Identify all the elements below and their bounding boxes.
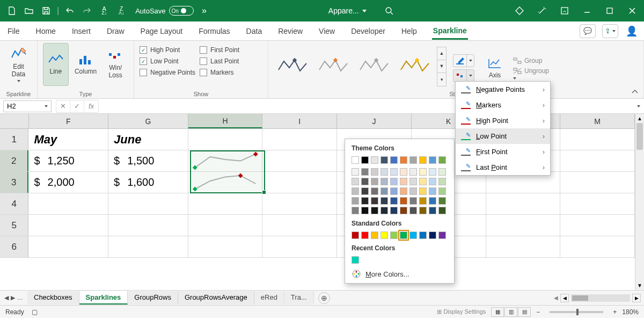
cell-G2[interactable]: $1,500 xyxy=(108,150,188,171)
color-swatch[interactable] xyxy=(429,156,436,164)
color-swatch[interactable] xyxy=(390,178,398,185)
color-swatch[interactable] xyxy=(361,207,369,214)
color-swatch[interactable] xyxy=(419,187,427,195)
color-swatch[interactable] xyxy=(380,207,388,214)
color-swatch[interactable] xyxy=(409,178,417,185)
cell-G6[interactable] xyxy=(108,236,188,257)
hscroll-track[interactable] xyxy=(571,294,630,302)
cell-M4[interactable] xyxy=(560,193,635,214)
close-icon[interactable] xyxy=(626,4,639,17)
account-icon[interactable]: 👤 xyxy=(625,25,639,37)
cell-G3[interactable]: $1,600 xyxy=(108,172,188,193)
cell-H4[interactable] xyxy=(188,193,263,214)
cell-M5[interactable] xyxy=(560,215,635,236)
color-swatch[interactable] xyxy=(400,168,407,176)
edit-data-button[interactable]: Edit Data xyxy=(5,43,32,86)
autosave-toggle[interactable]: AutoSave On xyxy=(135,6,193,16)
color-swatch[interactable] xyxy=(419,207,427,214)
cell-F3[interactable]: $2,000 xyxy=(28,172,108,193)
scroll-thumb[interactable] xyxy=(636,123,643,150)
sort-asc-icon[interactable]: AZ↓ xyxy=(98,4,111,17)
tab-review[interactable]: Review xyxy=(277,24,304,39)
tab-page-layout[interactable]: Page Layout xyxy=(140,24,184,39)
hscroll-right[interactable]: ▶ xyxy=(632,294,641,302)
vertical-scrollbar[interactable]: ▲ ▼ xyxy=(635,114,644,290)
cell-H6[interactable] xyxy=(188,236,263,257)
select-all-corner[interactable] xyxy=(0,114,29,128)
color-swatch[interactable] xyxy=(352,187,359,195)
cell-I6[interactable] xyxy=(262,236,337,257)
sheet-nav-more[interactable]: … xyxy=(17,294,23,301)
cell-H2[interactable] xyxy=(188,150,263,171)
check-markers[interactable]: Markers xyxy=(200,69,239,76)
cell-I4[interactable] xyxy=(262,193,337,214)
color-swatch[interactable] xyxy=(361,197,369,205)
scroll-up-icon[interactable]: ▲ xyxy=(635,114,644,123)
wand-icon[interactable] xyxy=(536,4,548,17)
row-header-5[interactable]: 5 xyxy=(0,215,28,236)
color-swatch[interactable] xyxy=(419,178,427,185)
group-button[interactable]: Group xyxy=(513,57,549,64)
color-swatch[interactable] xyxy=(371,178,378,185)
cell-I5[interactable] xyxy=(262,215,337,236)
view-page-layout[interactable]: ▥ xyxy=(504,307,517,317)
color-swatch[interactable] xyxy=(352,256,359,264)
cell-L6[interactable] xyxy=(486,236,561,257)
expand-formula-bar[interactable] xyxy=(633,105,644,107)
cell-L5[interactable] xyxy=(486,215,561,236)
axis-button[interactable]: Axis xyxy=(483,52,507,84)
color-swatch[interactable] xyxy=(380,187,388,195)
collapse-ribbon-icon[interactable] xyxy=(631,89,639,96)
color-swatch[interactable] xyxy=(419,168,427,176)
tab-formulas[interactable]: Formulas xyxy=(197,24,231,39)
row-header-4[interactable]: 4 xyxy=(0,193,28,214)
cell-G1[interactable]: June xyxy=(108,129,188,150)
cell-H5[interactable] xyxy=(188,215,263,236)
check-low-point[interactable]: ✓Low Point xyxy=(140,57,195,65)
color-swatch[interactable] xyxy=(409,168,417,176)
color-swatch[interactable] xyxy=(429,178,436,185)
zoom-out[interactable]: − xyxy=(536,308,540,316)
color-swatch[interactable] xyxy=(429,197,436,205)
tab-help[interactable]: Help xyxy=(400,24,418,39)
style-preset-4[interactable] xyxy=(396,53,434,80)
color-swatch[interactable] xyxy=(438,207,446,214)
marker-menu-low-point[interactable]: ✎Low Point› xyxy=(456,128,550,144)
color-swatch[interactable] xyxy=(390,187,398,195)
add-sheet-button[interactable]: ⊕ xyxy=(318,292,330,304)
style-preset-3[interactable] xyxy=(355,53,393,80)
color-swatch[interactable] xyxy=(409,231,417,239)
comments-button[interactable]: 💬 xyxy=(580,24,596,38)
new-file-icon[interactable] xyxy=(5,4,18,17)
color-swatch[interactable] xyxy=(380,231,388,239)
cancel-formula-icon[interactable]: ✕ xyxy=(56,100,70,112)
cell-F5[interactable] xyxy=(28,215,108,236)
color-swatch[interactable] xyxy=(390,231,398,239)
cell-G4[interactable] xyxy=(108,193,188,214)
color-swatch[interactable] xyxy=(371,156,378,164)
check-last-point[interactable]: Last Point xyxy=(200,57,239,65)
fx-icon[interactable]: fx xyxy=(84,100,98,112)
view-normal[interactable]: ▦ xyxy=(491,307,504,317)
color-swatch[interactable] xyxy=(390,207,398,214)
save-icon[interactable] xyxy=(40,4,53,17)
zoom-in[interactable]: + xyxy=(613,308,617,316)
cell-I3[interactable] xyxy=(262,172,337,193)
redo-icon[interactable] xyxy=(80,4,93,17)
color-swatch[interactable] xyxy=(361,187,369,195)
color-swatch[interactable] xyxy=(352,207,359,214)
sheet-tab-sparklines[interactable]: Sparklines xyxy=(79,291,128,305)
color-swatch[interactable] xyxy=(409,156,417,164)
row-header-1[interactable]: 1 xyxy=(0,129,28,150)
color-swatch[interactable] xyxy=(429,207,436,214)
tab-data[interactable]: Data xyxy=(245,24,264,39)
marker-menu-negative-points[interactable]: ✎Negative Points› xyxy=(456,82,550,97)
sparkline-type-line[interactable]: Line xyxy=(43,43,69,86)
column-header-F[interactable]: F xyxy=(29,114,109,128)
cell-M6[interactable] xyxy=(560,236,635,257)
color-swatch[interactable] xyxy=(409,207,417,214)
color-swatch[interactable] xyxy=(352,231,359,239)
color-swatch[interactable] xyxy=(380,156,388,164)
color-swatch[interactable] xyxy=(371,168,378,176)
color-swatch[interactable] xyxy=(361,156,369,164)
